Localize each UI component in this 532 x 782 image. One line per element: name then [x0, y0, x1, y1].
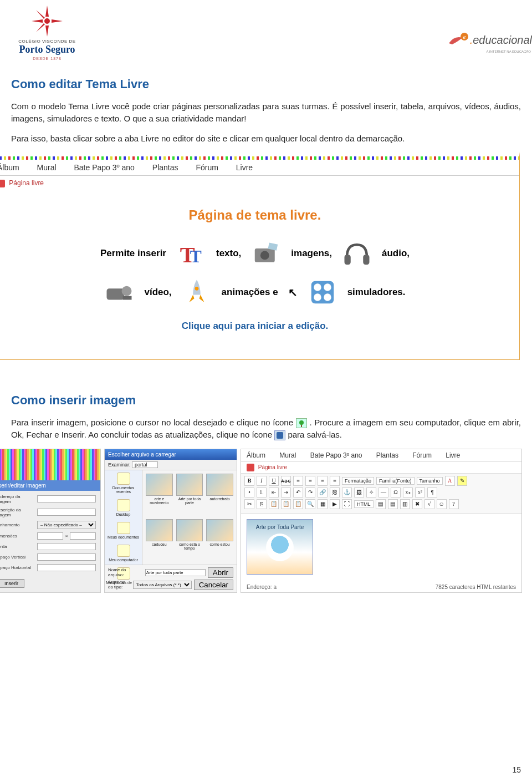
input-endereco[interactable]	[37, 495, 96, 502]
italic-button[interactable]: I	[257, 476, 267, 486]
tbl-col-button[interactable]: ▥	[400, 499, 410, 509]
etab-livre[interactable]: Livre	[446, 451, 460, 459]
input-borda[interactable]	[37, 543, 96, 550]
tbl-row-below-button[interactable]: ▤	[388, 499, 398, 509]
outdent-button[interactable]: ⇤	[269, 488, 279, 497]
sqrt-button[interactable]: √	[424, 499, 434, 509]
input-nome-arquivo[interactable]	[145, 569, 206, 576]
shot1-cta[interactable]: Clique aqui para iniciar a edição.	[13, 321, 497, 332]
camcorder-icon	[104, 278, 134, 306]
tab-album[interactable]: Álbum	[0, 163, 19, 172]
emoji-button[interactable]: ☺	[437, 499, 447, 509]
paste-text-button[interactable]: 📋	[281, 499, 291, 509]
align-right-button[interactable]: ≡	[318, 476, 328, 486]
sb-desktop[interactable]: Desktop	[106, 499, 141, 516]
editor-panel: Álbum Mural Bate Papo 3º ano Plantas Fór…	[241, 449, 522, 593]
list-ol-button[interactable]: 1.	[257, 488, 267, 497]
file-item[interactable]: como estou	[206, 519, 233, 561]
font-size-select[interactable]: Tamanho	[417, 477, 443, 485]
section-1-p2: Para isso, basta clicar sobre a aba Livr…	[11, 133, 521, 145]
image-tool-button[interactable]: 🖼	[354, 488, 364, 497]
tab-forum[interactable]: Fórum	[196, 163, 218, 172]
inserir-button[interactable]: Inserir	[0, 579, 24, 588]
editor-canvas[interactable]: Arte por Toda Parte	[241, 514, 521, 580]
indent-button[interactable]: ⇥	[281, 488, 291, 497]
lbl-descricao: Descrição da imagem	[0, 507, 35, 517]
paste-button[interactable]: 📋	[269, 499, 279, 509]
table-button[interactable]: ▦	[318, 499, 328, 509]
redo-button[interactable]: ↷	[305, 488, 315, 497]
underline-button[interactable]: U	[269, 476, 279, 486]
tab-plantas[interactable]: Plantas	[152, 163, 178, 172]
text-color-button[interactable]: A	[445, 476, 455, 486]
sup-button[interactable]: x²	[415, 488, 425, 497]
etab-batepapo[interactable]: Bate Papo 3º ano	[310, 451, 362, 459]
etab-album[interactable]: Álbum	[247, 451, 265, 459]
cut-button[interactable]: ✂	[244, 499, 254, 509]
char-count: 7825 caracteres HTML restantes	[436, 584, 516, 590]
tbl-del-button[interactable]: ✖	[412, 499, 422, 509]
file-item[interactable]: autorretrato	[206, 474, 233, 516]
select-alinhamento[interactable]: – Não especificado –	[37, 521, 96, 529]
editor-toolbar: B I U ᴀʙᴄ ≡ ≡ ≡ ≡ Formatação Família(Fon…	[241, 473, 521, 514]
copy-button[interactable]: ⎘	[257, 499, 267, 509]
select-tipo-arquivo[interactable]: Todos os Arquivos (*.*)	[133, 581, 192, 589]
lbl-tipo-arquivo: Arquivos do tipo:	[108, 580, 131, 590]
format-select[interactable]: Formatação	[342, 477, 374, 485]
tab-batepapo[interactable]: Bate Papo 3º ano	[74, 163, 134, 172]
etab-mural[interactable]: Mural	[279, 451, 296, 459]
tab-livre[interactable]: Livre	[236, 163, 253, 172]
logo-porto-seguro: COLÉGIO VISCONDE DE Porto Seguro DESDE 1…	[11, 4, 83, 60]
fullscreen-button[interactable]: ⛶	[342, 499, 352, 509]
examinar-select[interactable]: portal	[132, 461, 158, 468]
insert-image-icon[interactable]	[296, 418, 307, 428]
clean-button[interactable]: ✧	[366, 488, 376, 497]
abrir-button[interactable]: Abrir	[208, 567, 233, 578]
svg-rect-9	[363, 255, 369, 265]
file-item[interactable]: como está o tempo	[176, 519, 203, 561]
cancelar-button[interactable]: Cancelar	[194, 580, 233, 590]
svg-point-6	[260, 251, 269, 260]
inserted-image-card[interactable]: Arte por Toda Parte	[247, 519, 313, 575]
sb-meus-docs[interactable]: Meus documentos	[106, 522, 141, 539]
etab-plantas[interactable]: Plantas	[376, 451, 398, 459]
input-esph[interactable]	[37, 564, 96, 571]
feat-imagens: imagens,	[291, 248, 332, 259]
input-dim-h[interactable]	[70, 532, 96, 540]
file-item[interactable]: caduceu	[146, 519, 173, 561]
paste-word-button[interactable]: 📋	[293, 499, 303, 509]
sb-meu-comp[interactable]: Meu computador	[106, 545, 141, 562]
link-button[interactable]: 🔗	[318, 488, 328, 497]
input-dim-w[interactable]	[37, 532, 63, 540]
find-button[interactable]: 🔍	[305, 499, 315, 509]
save-icon[interactable]	[274, 430, 285, 440]
svg-rect-8	[345, 255, 351, 265]
media-button[interactable]: ▶	[330, 499, 340, 509]
sb-recentes[interactable]: Documentos recentes	[106, 473, 141, 494]
help-button[interactable]: ?	[449, 499, 459, 509]
svg-rect-14	[311, 281, 334, 304]
tab-mural[interactable]: Mural	[37, 163, 57, 172]
undo-button[interactable]: ↶	[293, 488, 303, 497]
font-family-select[interactable]: Família(Fonte)	[376, 477, 415, 485]
sub-button[interactable]: x₂	[403, 488, 413, 497]
highlight-button[interactable]: ✎	[457, 476, 467, 486]
align-center-button[interactable]: ≡	[305, 476, 315, 486]
input-espv[interactable]	[37, 554, 96, 561]
hr-button[interactable]: —	[378, 488, 388, 497]
align-left-button[interactable]: ≡	[293, 476, 303, 486]
symbol-button[interactable]: Ω	[391, 488, 401, 497]
strike-button[interactable]: ᴀʙᴄ	[281, 476, 291, 486]
file-item[interactable]: Arte por toda parte	[176, 474, 203, 516]
anchor-button[interactable]: ⚓	[342, 488, 352, 497]
input-descricao[interactable]	[37, 509, 96, 516]
file-item[interactable]: arte e movimento	[146, 474, 173, 516]
list-ul-button[interactable]: •	[244, 488, 254, 497]
tbl-row-above-button[interactable]: ▤	[376, 499, 386, 509]
bold-button[interactable]: B	[244, 476, 254, 486]
unlink-button[interactable]: ⛓	[330, 488, 340, 497]
align-justify-button[interactable]: ≡	[330, 476, 340, 486]
html-button[interactable]: HTML	[354, 500, 374, 508]
charmap-button[interactable]: ¶	[427, 488, 437, 497]
etab-forum[interactable]: Fórum	[412, 451, 432, 459]
